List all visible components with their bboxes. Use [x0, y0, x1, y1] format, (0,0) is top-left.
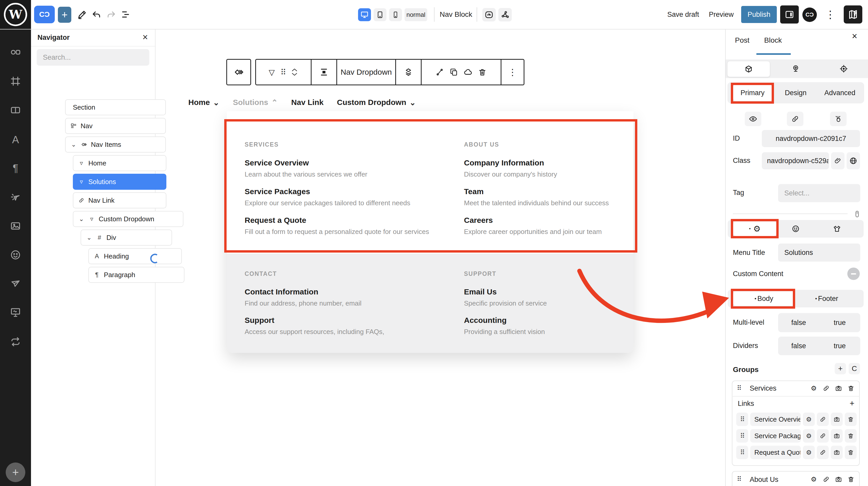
- class-attach-button[interactable]: [831, 152, 844, 169]
- custom-content-toggle[interactable]: [847, 267, 860, 280]
- navigator-item-home[interactable]: ▿ Home: [73, 155, 166, 171]
- cwicly-toggle-button[interactable]: CƆ: [34, 6, 55, 23]
- mouse-events-button[interactable]: [851, 208, 863, 220]
- expander-chevron-icon[interactable]: ⌄: [70, 141, 77, 148]
- copy-icon[interactable]: [450, 68, 458, 76]
- link-settings-button[interactable]: ⚙: [803, 412, 815, 426]
- group-delete-button[interactable]: [845, 474, 857, 485]
- dividers-true-option[interactable]: true: [819, 337, 860, 355]
- mode-tab-global[interactable]: [787, 62, 804, 76]
- group-media-button[interactable]: [833, 474, 844, 485]
- nav-menu-item-nav-link[interactable]: Nav Link: [291, 98, 323, 107]
- link-settings-button[interactable]: ⚙: [803, 429, 815, 442]
- link-media-button[interactable]: [831, 446, 843, 459]
- layers-button[interactable]: [396, 60, 421, 85]
- connections-button[interactable]: [498, 8, 512, 22]
- group-link-button[interactable]: [820, 382, 832, 394]
- content-tab-icon[interactable]: [787, 222, 804, 236]
- visibility-button[interactable]: [745, 112, 761, 126]
- rail-add-button[interactable]: +: [6, 462, 25, 482]
- panel-resize-handle[interactable]: [149, 253, 161, 264]
- rail-columns-button[interactable]: [10, 105, 21, 116]
- navigator-close-button[interactable]: ×: [140, 32, 151, 43]
- rail-image-button[interactable]: [10, 220, 21, 232]
- id-input[interactable]: [762, 130, 860, 147]
- navigator-item-heading[interactable]: A Heading: [88, 248, 182, 264]
- link-media-button[interactable]: [831, 412, 843, 426]
- dropdown-link-title[interactable]: Service Overview: [245, 159, 309, 167]
- group-settings-button[interactable]: ⚙: [808, 382, 819, 394]
- link-media-button[interactable]: [831, 429, 843, 442]
- multi-level-true-option[interactable]: true: [819, 313, 860, 332]
- placement-tab-body[interactable]: • Body: [733, 291, 795, 306]
- undo-button[interactable]: [90, 8, 103, 21]
- dropdown-link-title[interactable]: Contact Information: [245, 287, 318, 296]
- drag-handle[interactable]: ⠿: [736, 429, 748, 442]
- dropdown-link-title[interactable]: Request a Quote: [245, 216, 306, 225]
- rail-heading-button[interactable]: A: [10, 134, 21, 145]
- link-title-input[interactable]: [750, 429, 801, 442]
- align-button[interactable]: [312, 60, 336, 85]
- block-inserter-button[interactable]: +: [58, 7, 71, 23]
- cwicly-menu-button[interactable]: CƆ: [802, 7, 817, 22]
- wordpress-menu-button[interactable]: W: [0, 0, 31, 29]
- link-url-button[interactable]: [817, 446, 829, 459]
- block-switcher-button[interactable]: ▽: [269, 68, 275, 77]
- navigator-item-div[interactable]: ⌄ # Div: [81, 230, 172, 246]
- group-settings-button[interactable]: ⚙: [808, 474, 819, 485]
- block-name-button[interactable]: Nav Dropdown: [337, 60, 396, 85]
- performance-button[interactable]: [482, 8, 496, 22]
- add-link-button[interactable]: +: [847, 398, 857, 408]
- link-settings-button[interactable]: ⚙: [803, 446, 815, 459]
- select-parent-button[interactable]: [226, 59, 251, 85]
- link-title-input[interactable]: [750, 446, 801, 459]
- trash-icon[interactable]: [478, 68, 487, 76]
- edit-tool-button[interactable]: [75, 8, 89, 21]
- drag-handle[interactable]: ⠿: [736, 446, 748, 459]
- library-button[interactable]: [844, 5, 862, 24]
- rail-emoji-button[interactable]: [10, 249, 21, 261]
- placement-tab-footer[interactable]: • Footer: [803, 291, 850, 306]
- block-mover[interactable]: [291, 68, 298, 77]
- dropdown-link-title[interactable]: Company Information: [464, 159, 544, 167]
- rail-repeater-button[interactable]: [10, 336, 21, 347]
- rail-send-button[interactable]: [10, 191, 21, 203]
- link-settings-button[interactable]: [787, 112, 803, 126]
- navigator-item-solutions[interactable]: ▿ Solutions: [73, 174, 166, 190]
- list-view-button[interactable]: [119, 8, 132, 21]
- nav-menu-item-custom-dropdown[interactable]: Custom Dropdown ⌄: [337, 98, 416, 107]
- block-options-button[interactable]: ⋮: [501, 60, 524, 85]
- content-tab-style[interactable]: [829, 222, 845, 236]
- nav-menu-item-solutions[interactable]: Solutions ⌃: [233, 98, 278, 107]
- link-delete-button[interactable]: [845, 446, 857, 459]
- desktop-preview-button[interactable]: [358, 8, 371, 21]
- navigator-search-input[interactable]: [37, 49, 149, 66]
- link-url-button[interactable]: [817, 412, 829, 426]
- rail-blocks-button[interactable]: [10, 47, 21, 58]
- link-delete-button[interactable]: [845, 412, 857, 426]
- cloud-icon[interactable]: [464, 68, 472, 77]
- add-group-button[interactable]: +: [835, 363, 846, 374]
- navigator-item-section[interactable]: Section: [65, 99, 166, 115]
- dropdown-link-title[interactable]: Email Us: [464, 287, 497, 296]
- link-url-button[interactable]: [817, 429, 829, 442]
- dropdown-link-title[interactable]: Careers: [464, 216, 493, 225]
- multi-level-false-option[interactable]: false: [778, 313, 819, 332]
- rail-presentation-button[interactable]: [10, 307, 21, 318]
- drag-handle[interactable]: ⠿: [737, 384, 741, 392]
- content-tab-settings[interactable]: • ⚙: [733, 222, 777, 236]
- options-menu-button[interactable]: ⋮: [825, 7, 836, 22]
- expander-chevron-icon[interactable]: ⌄: [86, 234, 92, 241]
- subtab-advanced[interactable]: Advanced: [818, 85, 861, 101]
- navigator-item-paragraph[interactable]: ¶ Paragraph: [88, 267, 184, 283]
- rail-paragraph-button[interactable]: ¶: [10, 162, 21, 174]
- group-link-button[interactable]: [820, 474, 832, 485]
- dropdown-link-title[interactable]: Accounting: [464, 316, 506, 325]
- pseudo-state-button[interactable]: normal: [405, 8, 427, 21]
- mode-tab-block-settings[interactable]: [727, 61, 770, 77]
- preview-button[interactable]: Preview: [709, 7, 734, 22]
- subtab-primary[interactable]: Primary: [733, 85, 772, 101]
- navigator-item-custom-dropdown[interactable]: ⌄ ▿ Custom Dropdown: [73, 211, 183, 227]
- dividers-false-option[interactable]: false: [778, 337, 819, 355]
- class-global-button[interactable]: [846, 152, 860, 169]
